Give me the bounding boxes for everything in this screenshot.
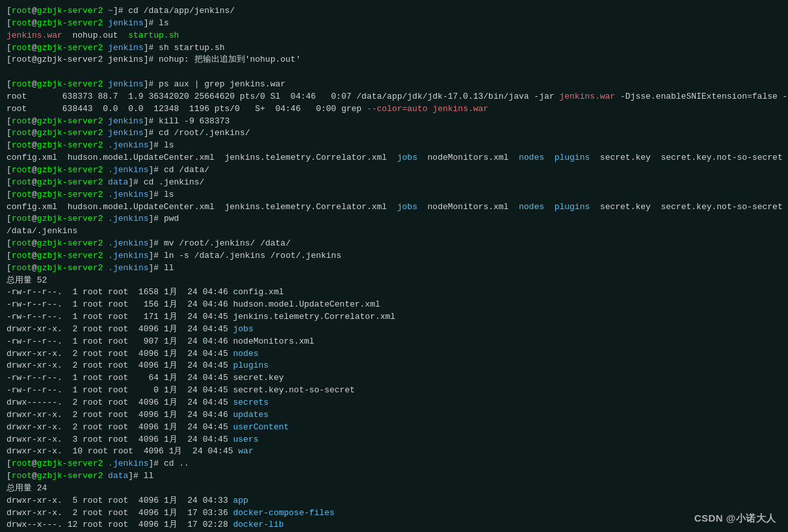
watermark: CSDN @小诺大人 (694, 511, 776, 526)
terminal: [root@gzbjk-server2 ~]# cd /data/app/jen… (0, 0, 788, 532)
